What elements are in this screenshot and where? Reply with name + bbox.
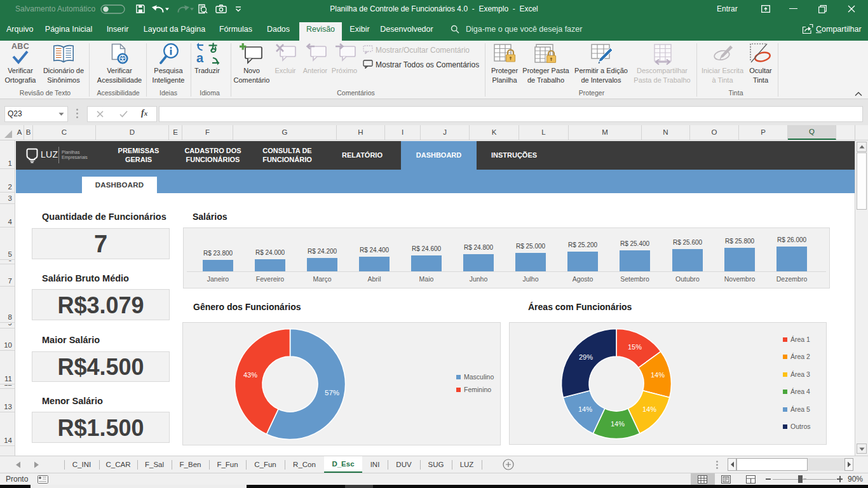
svg-text:a: a [196, 51, 204, 65]
